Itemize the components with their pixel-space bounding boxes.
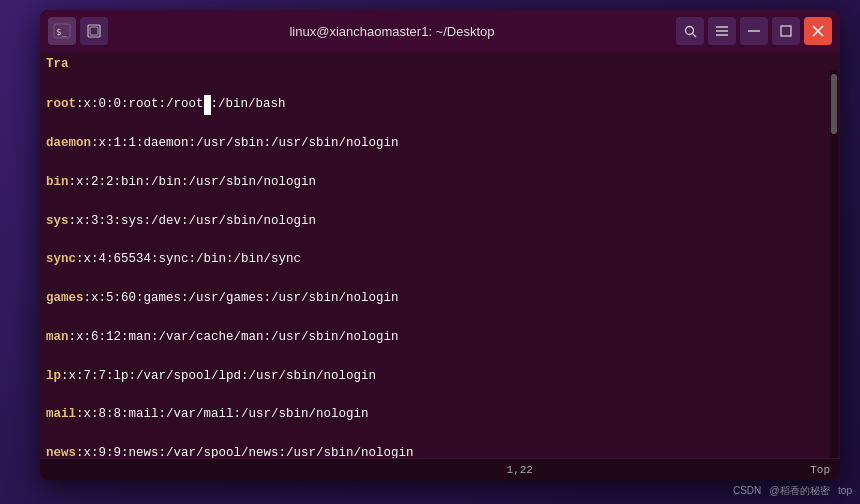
terminal-line-3: bin:x:2:2:bin:/bin:/usr/sbin/nologin: [46, 173, 830, 192]
terminal-line-5: sync:x:4:65534:sync:/bin:/bin/sync: [46, 250, 830, 269]
menu-button[interactable]: [708, 17, 736, 45]
watermark: CSDN @稻香的秘密 top: [733, 484, 852, 498]
desktop: $_ linux@xianchaomaster1: ~/Desktop: [0, 0, 860, 504]
minimize-button[interactable]: [740, 17, 768, 45]
terminal-line-8: lp:x:7:7:lp:/var/spool/lpd:/usr/sbin/nol…: [46, 367, 830, 386]
terminal-line-10: news:x:9:9:news:/var/spool/news:/usr/sbi…: [46, 444, 830, 458]
status-bar: 1,22 Top: [40, 458, 840, 480]
title-bar: $_ linux@xianchaomaster1: ~/Desktop: [40, 10, 840, 52]
close-button[interactable]: [804, 17, 832, 45]
terminal-line-4: sys:x:3:3:sys:/dev:/usr/sbin/nologin: [46, 212, 830, 231]
status-position: 1,22 Top: [507, 464, 830, 476]
terminal-window: $_ linux@xianchaomaster1: ~/Desktop: [40, 10, 840, 480]
terminal-line-7: man:x:6:12:man:/var/cache/man:/usr/sbin/…: [46, 328, 830, 347]
scrollbar[interactable]: [830, 70, 838, 458]
svg-point-4: [685, 26, 693, 34]
scrollbar-thumb[interactable]: [831, 74, 837, 134]
window-title: linux@xianchaomaster1: ~/Desktop: [108, 24, 676, 39]
title-bar-left: $_: [48, 17, 108, 45]
terminal-line-6: games:x:5:60:games:/usr/games:/usr/sbin/…: [46, 289, 830, 308]
watermark-tool: top: [838, 485, 852, 496]
watermark-site: CSDN: [733, 485, 761, 496]
terminal-line-1: root:x:0:0:root:/root :/bin/bash: [46, 95, 830, 114]
partial-top-line: Tra: [46, 57, 69, 71]
watermark-handle: @稻香的秘密: [770, 485, 830, 496]
search-button[interactable]: [676, 17, 704, 45]
svg-text:$_: $_: [56, 27, 67, 37]
terminal-output: root:x:0:0:root:/root :/bin/bash daemon:…: [46, 76, 830, 458]
terminal-line-2: daemon:x:1:1:daemon:/usr/sbin:/usr/sbin/…: [46, 134, 830, 153]
svg-line-5: [692, 33, 696, 37]
screenshot-button[interactable]: [80, 17, 108, 45]
maximize-button[interactable]: [772, 17, 800, 45]
terminal-line-9: mail:x:8:8:mail:/var/mail:/usr/sbin/nolo…: [46, 405, 830, 424]
svg-rect-3: [90, 27, 98, 35]
window-controls: [676, 17, 832, 45]
terminal-content-area[interactable]: root:x:0:0:root:/root :/bin/bash daemon:…: [40, 70, 840, 458]
terminal-icon: $_: [48, 17, 76, 45]
svg-rect-10: [781, 26, 791, 36]
